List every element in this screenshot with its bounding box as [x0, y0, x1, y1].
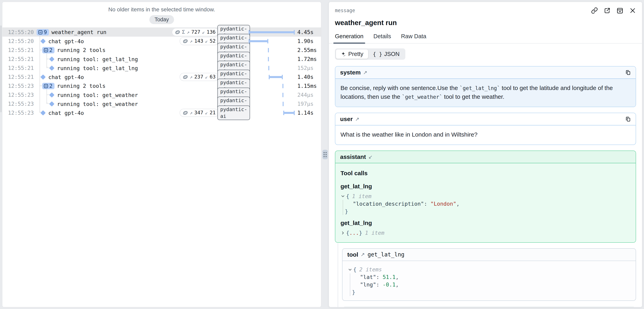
- span-label: running tool: get_weather: [57, 92, 138, 98]
- child-count: 9: [44, 30, 47, 35]
- dock-panel-icon[interactable]: [616, 7, 623, 14]
- span-duration: 4.45s: [297, 29, 322, 35]
- token-coin-icon: [183, 39, 188, 44]
- trace-row[interactable]: 12:55:21running tool: get_lat_lngpydanti…: [2, 64, 321, 73]
- token-usage-pill[interactable]: ↗347↙21: [180, 109, 219, 117]
- duration-tick: [282, 84, 284, 88]
- input-token-count: 347: [194, 110, 203, 116]
- output-tokens-arrow-icon: ↙: [205, 38, 208, 44]
- span-duration: 2.55ms: [297, 47, 322, 53]
- items-count: 1 item: [365, 229, 384, 237]
- span-diamond-icon: [49, 65, 54, 71]
- span-label: running tool: get_weather: [57, 101, 138, 107]
- json-entry: "location_description": "London",: [340, 200, 630, 207]
- role-label: system: [340, 69, 360, 76]
- pretty-toggle[interactable]: Pretty: [336, 49, 368, 59]
- span-label: chat gpt-4o: [48, 110, 84, 116]
- trace-row[interactable]: 12:55:232running 2 toolspydantic-ai1.15m…: [2, 81, 321, 90]
- input-tokens-arrow-icon: ↗: [190, 110, 192, 116]
- braces-icon: { }: [373, 51, 382, 57]
- duration-tick: [268, 48, 269, 52]
- copy-icon[interactable]: [625, 116, 631, 122]
- chevron-down-icon[interactable]: [340, 194, 345, 198]
- duration-bar-track: [248, 55, 297, 64]
- token-usage-pill[interactable]: ↗143↙52: [180, 37, 219, 45]
- trace-row[interactable]: 12:55:21chat gpt-4o↗237↙63pydantic-ai1.4…: [2, 73, 321, 81]
- today-button[interactable]: Today: [149, 15, 174, 24]
- span-timestamp: 12:55:21: [2, 74, 32, 80]
- service-badge[interactable]: pydantic-ai: [218, 106, 250, 120]
- collapse-chip[interactable]: 2: [42, 83, 54, 89]
- tab-details[interactable]: Details: [374, 33, 391, 43]
- input-tokens-arrow-icon: ↗: [190, 74, 192, 80]
- system-message-text: Be concise, reply with one sentence.Use …: [335, 79, 636, 107]
- message-user: user ↗ What is the weather like in Londo…: [335, 113, 636, 145]
- duration-bar-track: [248, 90, 297, 99]
- json-toggle[interactable]: { } JSON: [368, 49, 404, 59]
- trace-row[interactable]: 12:55:23running tool: get_weatherpydanti…: [2, 90, 321, 99]
- span-diamond-icon: [40, 110, 46, 116]
- span-diamond-icon: [40, 74, 46, 80]
- token-usage-pill[interactable]: ↗237↙63: [180, 73, 219, 81]
- span-timestamp: 12:55:21: [2, 47, 32, 53]
- span-timestamp: 12:55:21: [2, 65, 32, 71]
- trace-row[interactable]: 12:55:23running tool: get_weatherpydanti…: [2, 99, 321, 108]
- trace-row[interactable]: 12:55:20chat gpt-4o↗143↙52pydantic-ai1.9…: [2, 37, 321, 46]
- trace-row[interactable]: 12:55:212running 2 toolspydantic-ai2.55m…: [2, 46, 321, 55]
- span-timestamp: 12:55:20: [2, 29, 32, 35]
- view-mode-toggle: Pretty { } JSON: [335, 48, 405, 60]
- sparkle-icon: [341, 51, 346, 57]
- tab-raw-data[interactable]: Raw Data: [401, 33, 426, 43]
- outbound-arrow-icon: ↗: [363, 70, 367, 76]
- span-duration: 197µs: [297, 101, 322, 107]
- span-duration: 1.90s: [297, 38, 322, 44]
- chevron-right-icon[interactable]: [340, 230, 345, 235]
- trace-row[interactable]: 12:55:209weather_agent runΣ↗727↙136pydan…: [2, 28, 321, 37]
- duration-bar-track: [248, 99, 297, 108]
- span-timestamp: 12:55:23: [2, 83, 32, 89]
- tree-line: [40, 64, 40, 73]
- span-duration: 152µs: [297, 65, 322, 71]
- duration-tick: [268, 57, 269, 61]
- span-timestamp: 12:55:21: [2, 56, 32, 62]
- duration-bar-track: [248, 81, 297, 90]
- detail-tabs: Generation Details Raw Data: [329, 27, 642, 44]
- tool-connector-line: [338, 243, 338, 307]
- outbound-arrow-icon: ↗: [360, 252, 365, 257]
- trace-row[interactable]: 12:55:21running tool: get_lat_lngpydanti…: [2, 55, 321, 64]
- panel-splitter-handle[interactable]: [322, 150, 328, 159]
- role-label: user: [340, 116, 353, 122]
- duration-bar: [283, 111, 295, 115]
- minus-square-icon: [38, 30, 43, 35]
- copy-icon[interactable]: [625, 70, 631, 76]
- span-timestamp: 12:55:20: [2, 38, 32, 44]
- open-external-icon[interactable]: [604, 7, 610, 14]
- span-title: weather_agent run: [329, 14, 642, 27]
- role-label: tool: [347, 251, 358, 258]
- output-token-count: 136: [207, 29, 216, 36]
- input-token-count: 237: [194, 74, 203, 80]
- span-duration: 244µs: [297, 92, 322, 98]
- duration-bar: [269, 75, 283, 79]
- tool-name: get_lat_lng: [368, 251, 404, 258]
- minus-square-icon: [44, 48, 48, 53]
- left-scrollbar[interactable]: [0, 26, 2, 112]
- token-coin-icon: [183, 110, 188, 116]
- input-tokens-arrow-icon: ↗: [187, 29, 190, 35]
- span-timestamp: 12:55:23: [2, 92, 32, 98]
- duration-bar: [248, 30, 295, 35]
- close-icon[interactable]: [629, 7, 636, 14]
- copy-link-icon[interactable]: [591, 7, 598, 14]
- tab-generation[interactable]: Generation: [335, 33, 364, 43]
- child-count: 2: [49, 48, 52, 53]
- duration-bar-track: [248, 73, 297, 81]
- output-token-count: 52: [210, 38, 216, 44]
- collapse-chip[interactable]: 9: [36, 29, 49, 36]
- trace-row[interactable]: 12:55:23chat gpt-4o↗347↙21pydantic-ai1.1…: [2, 108, 321, 117]
- collapse-chip[interactable]: 2: [42, 47, 54, 53]
- sigma-total-icon: Σ: [182, 29, 185, 36]
- chevron-down-icon[interactable]: [348, 267, 352, 272]
- span-label: running 2 tools: [57, 83, 106, 89]
- output-tokens-arrow-icon: ↙: [205, 74, 208, 80]
- token-coin-icon: [183, 75, 188, 80]
